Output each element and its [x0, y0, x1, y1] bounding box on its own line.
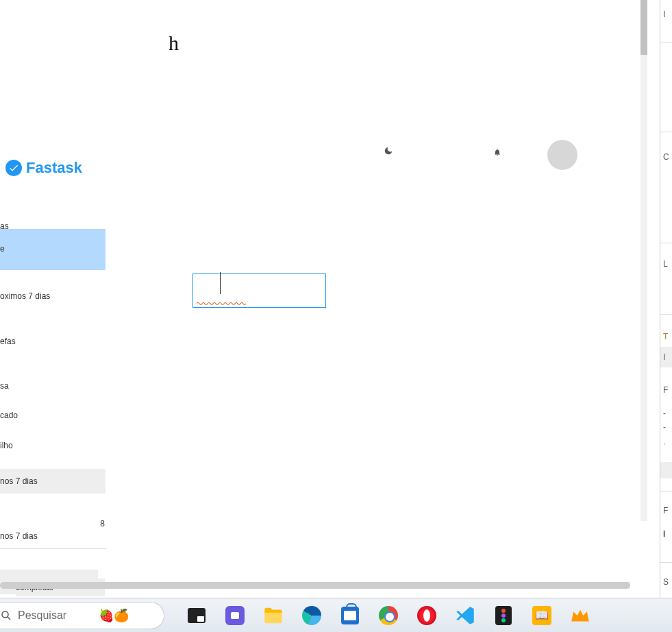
sidebar-item-last-7-days-1[interactable]: nos 7 dias: [0, 469, 105, 494]
moon-icon: [384, 146, 393, 156]
windows-taskbar: Pesquisar 🍓🍊 📖: [0, 598, 672, 632]
microsoft-store-icon[interactable]: [338, 604, 362, 627]
video-call-icon[interactable]: [223, 604, 247, 627]
dark-mode-toggle[interactable]: [384, 146, 393, 158]
panel-divider: [660, 243, 672, 243]
spellcheck-underline: [197, 296, 248, 300]
chrome-browser-icon[interactable]: [377, 604, 400, 627]
figma-icon[interactable]: [492, 604, 515, 627]
sidebar-divider: [0, 548, 106, 549]
horizontal-scrollbar-thumb[interactable]: [0, 582, 630, 589]
floating-letter: h: [169, 32, 179, 55]
panel-highlight: [660, 462, 672, 478]
sidebar-item-tasks-2[interactable]: efas: [0, 334, 16, 349]
sidebar-item-label: e: [0, 244, 5, 254]
panel-char-2: C: [663, 152, 669, 162]
search-icon: [0, 609, 12, 622]
panel-highlight: [660, 347, 672, 367]
reader-app-icon[interactable]: 📖: [530, 604, 553, 627]
notifications-button[interactable]: [493, 148, 501, 158]
opera-browser-icon[interactable]: [415, 604, 438, 627]
root: h Fastask as e oximos 7 dias efas sa cad…: [0, 0, 672, 632]
stat-count: 8: [100, 519, 105, 528]
file-explorer-icon[interactable]: [262, 604, 285, 627]
logo-text: Fastask: [26, 159, 82, 177]
panel-char-7: F: [663, 506, 668, 515]
sidebar-item-market[interactable]: cado: [0, 408, 18, 423]
panel-char-8: I: [663, 529, 665, 539]
sidebar-item-active[interactable]: e: [0, 229, 105, 270]
sidebar-item-house[interactable]: sa: [0, 378, 9, 393]
panel-divider: [660, 562, 672, 563]
panel-line-2: -: [663, 422, 666, 432]
panel-divider: [660, 132, 672, 132]
horizontal-scrollbar[interactable]: [0, 582, 630, 589]
panel-char-6: F: [663, 385, 668, 395]
panel-char-3: L: [663, 259, 668, 269]
panel-divider: [660, 491, 672, 491]
avatar[interactable]: [547, 140, 577, 170]
taskbar-search[interactable]: Pesquisar: [0, 602, 164, 629]
panel-char-1: I: [663, 10, 665, 19]
sidebar-item-work[interactable]: ilho: [0, 438, 13, 453]
panel-char-9: S: [663, 577, 669, 587]
text-caret: [220, 272, 221, 294]
app-logo[interactable]: Fastask: [5, 159, 82, 177]
logo-check-icon: [5, 160, 22, 176]
crown-app-icon[interactable]: [569, 604, 592, 627]
svg-line-1: [8, 617, 10, 620]
vertical-scrollbar[interactable]: [640, 0, 647, 521]
task-view-icon[interactable]: [185, 604, 208, 627]
devtools-panel: I C L T I F - - · F I S: [660, 0, 672, 598]
panel-divider: [660, 314, 672, 315]
search-placeholder: Pesquisar: [18, 609, 66, 622]
edge-browser-icon[interactable]: [300, 604, 323, 627]
panel-line-1: -: [663, 409, 666, 418]
sidebar-item-label: nos 7 dias: [0, 476, 38, 486]
panel-line-3: ·: [663, 439, 665, 448]
sidebar-item-next-7-days[interactable]: oximos 7 dias: [0, 289, 50, 304]
panel-char-5: I: [663, 352, 665, 362]
bell-icon: [493, 148, 501, 156]
taskbar-widgets-icon[interactable]: 🍓🍊: [99, 608, 129, 623]
vscode-icon[interactable]: [453, 604, 477, 627]
vertical-scrollbar-thumb[interactable]: [640, 0, 647, 55]
svg-point-0: [2, 611, 8, 618]
panel-divider: [660, 42, 672, 43]
sidebar-item-last-7-days-2[interactable]: nos 7 dias: [0, 528, 38, 544]
panel-char-4: T: [663, 332, 668, 341]
